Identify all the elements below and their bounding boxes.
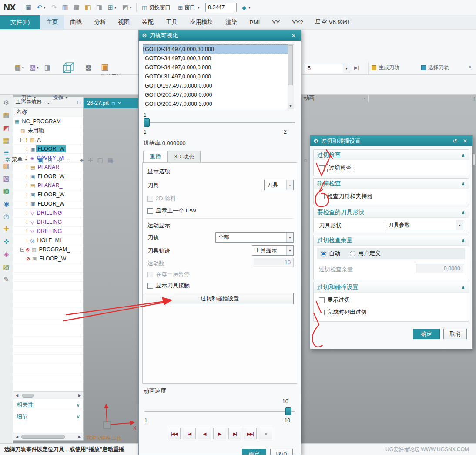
value-input[interactable] xyxy=(205,3,237,12)
chevron-up-icon[interactable]: ∧ xyxy=(461,152,465,158)
ok-button[interactable]: 确定 xyxy=(242,449,266,455)
navigator-bottom-scrollbar[interactable]: ◀ ▶ xyxy=(13,433,83,440)
scroll-left-icon[interactable]: ◀ xyxy=(13,435,20,439)
cancel-button[interactable]: 取消 xyxy=(270,449,293,455)
close-icon[interactable]: ✕ xyxy=(461,138,469,144)
tree-item-A[interactable]: −!▨A xyxy=(13,135,83,145)
play-forward-button[interactable]: ▶ xyxy=(213,428,226,439)
tree-item-label[interactable]: 未用项 xyxy=(26,127,45,135)
tree-item-label[interactable]: FLOOR_W xyxy=(36,191,66,198)
tree-item-label[interactable]: DRILLING xyxy=(35,228,63,235)
tree-item-label[interactable]: PROGRAM_ xyxy=(37,246,71,253)
section-dependencies[interactable]: 相关性 ∨ xyxy=(13,399,83,411)
section-details[interactable]: 细节 ∨ xyxy=(13,411,83,422)
checkbox-show-tool-contact[interactable]: 显示刀具接触 xyxy=(147,282,190,290)
hd3d-tool-icon[interactable]: ▩ xyxy=(3,188,9,194)
menu-button[interactable]: ✲ 菜单 ▼ xyxy=(2,153,31,165)
motion-count-field[interactable]: 10 xyxy=(254,258,294,267)
checkbox-box[interactable] xyxy=(147,196,153,202)
scroll-right-icon[interactable]: ▶ xyxy=(76,435,83,439)
tree-item-DRILLING[interactable]: !▽DRILLING xyxy=(13,209,83,218)
goto-line[interactable]: GOTO/200.497,0.000,0.000 xyxy=(143,91,294,100)
assembly-navigator-icon[interactable]: ▤ xyxy=(3,112,9,118)
radio-circle[interactable] xyxy=(321,251,326,256)
tab-3d-dynamic[interactable]: 3D 动态 xyxy=(168,151,201,163)
blade-gallery-icon[interactable]: ▧▼ xyxy=(30,64,39,71)
checkbox-box[interactable] xyxy=(147,272,153,277)
window-menu-button[interactable]: ⊞ 窗口 ▼ xyxy=(176,3,202,12)
visualization-cube-icon[interactable] xyxy=(61,61,76,76)
tab-主页[interactable]: 主页 xyxy=(40,15,64,29)
reset-icon[interactable]: ↺ xyxy=(451,138,459,144)
scrollbar-thumb[interactable] xyxy=(288,45,293,85)
tree-item-label[interactable]: FLOOR_W xyxy=(36,200,66,207)
animation-group-label[interactable]: 动画 ▼ xyxy=(304,94,366,102)
tab-YY[interactable]: YY xyxy=(266,15,286,29)
repeat-command-icon[interactable]: ⊞▼ xyxy=(107,3,118,12)
navigator-float-icon[interactable]: ◻ xyxy=(77,99,81,105)
blade-copy-icon[interactable]: ◨ xyxy=(44,64,50,71)
step-forward-icon[interactable]: ▶| xyxy=(354,65,359,70)
navigator-horizontal-scrollbar[interactable]: ◀ ▶ xyxy=(13,391,83,399)
goto-line[interactable]: GOTO/200.497,0.000,3.000 xyxy=(143,100,294,109)
tab-装配[interactable]: 装配 xyxy=(136,15,160,29)
grid-icon[interactable]: ▦ xyxy=(107,157,113,164)
checkbox-box[interactable] xyxy=(319,310,325,315)
tree-item-label[interactable]: FLOOR_W xyxy=(36,145,66,152)
ok-button[interactable]: 确定 xyxy=(413,329,440,339)
reuse-library-icon[interactable]: ▧ xyxy=(3,175,9,182)
tree-item-PROGRAM_[interactable]: −⊘▨PROGRAM_ xyxy=(13,245,83,254)
gouge-collision-settings-button[interactable]: 过切和碰撞设置 xyxy=(146,293,294,304)
checkbox-pause-each-level[interactable]: 在每一层暂停 xyxy=(147,270,190,278)
tree-item-FLOOR_W[interactable]: !▣FLOOR_W xyxy=(13,145,83,154)
group-label-blade[interactable]: 刀片▼ xyxy=(12,94,45,101)
touch-explore-icon[interactable]: ✜ xyxy=(3,238,9,245)
rect-select-icon[interactable]: ▢ xyxy=(97,157,103,164)
scrollbar-thumb[interactable] xyxy=(22,394,34,398)
tree-item-FLOOR_W[interactable]: ⊘▣FLOOR_W xyxy=(13,254,83,263)
switch-window-button[interactable]: ◫ 切换窗口 xyxy=(140,3,173,12)
step-forward-button[interactable]: ▶| xyxy=(228,428,241,439)
section-header[interactable]: 过切和碰撞设置 ∧ xyxy=(314,282,469,293)
tree-item-FLOOR_W[interactable]: !▣FLOOR_W xyxy=(13,172,83,181)
gouge-allowance-field[interactable]: 0.0000 xyxy=(416,264,463,273)
play-backward-button[interactable]: ◀ xyxy=(198,428,211,439)
tab-曲线[interactable]: 曲线 xyxy=(64,15,88,29)
tab-工具[interactable]: 工具 xyxy=(160,15,184,29)
ribbon-button-生成刀轨[interactable]: 生成刀轨 xyxy=(371,62,419,74)
tree-item-label[interactable]: FLOOR_W xyxy=(36,173,66,180)
section-header[interactable]: 过切检查余量 ∧ xyxy=(314,235,469,246)
highlight-icon[interactable]: ○ xyxy=(304,157,307,164)
touch-mode-icon[interactable]: ◩▼ xyxy=(121,3,133,12)
tool-shape-dropdown[interactable]: 刀具参数 ▼ xyxy=(385,220,463,230)
more-tools-icon[interactable]: » xyxy=(469,64,472,69)
tree-item-label[interactable]: A xyxy=(36,136,42,143)
dialog-title-bar[interactable]: ⚙ 刀轨可视化 ✕ xyxy=(139,30,301,41)
section-header[interactable]: 要检查的刀具形状 ∧ xyxy=(314,207,469,218)
tree-item-label[interactable]: DRILLING xyxy=(35,209,63,216)
chevron-up-icon[interactable]: ∧ xyxy=(461,237,465,243)
expander-icon[interactable]: − xyxy=(20,248,24,252)
notes-icon[interactable]: ▨ xyxy=(3,263,9,270)
copy-icon[interactable]: ▤ xyxy=(73,3,80,12)
snap-point-icon[interactable]: ⊞ xyxy=(47,157,53,164)
visual-reporting-icon[interactable]: ◈ xyxy=(4,251,9,257)
paste-icon[interactable]: ◧ xyxy=(84,3,92,12)
scroll-right-icon[interactable]: ▶ xyxy=(76,394,83,398)
constraint-navigator-icon[interactable]: ◩ xyxy=(3,125,9,131)
web-browser-icon[interactable]: ◉ xyxy=(3,200,9,207)
tree-item-未用项[interactable]: ▨未用项 xyxy=(13,126,83,135)
toolpath-range-dropdown[interactable]: 全部 ▼ xyxy=(215,232,294,243)
checkbox-box[interactable] xyxy=(319,297,325,303)
chevron-up-icon[interactable]: ∧ xyxy=(461,209,465,216)
window-restore-icon[interactable]: ◻ xyxy=(111,101,115,106)
tab-星空 V6.936F[interactable]: 星空 V6.936F xyxy=(309,15,357,29)
roles-gear-icon[interactable]: ⚙ xyxy=(3,99,9,106)
redo-icon[interactable]: ↷ xyxy=(50,3,58,12)
goto-line[interactable]: GOTO/-34.497,0.000,30.000 xyxy=(143,45,294,54)
tree-item-label[interactable]: PLANAR_ xyxy=(36,182,64,189)
tab-分析[interactable]: 分析 xyxy=(88,15,112,29)
tab-视图[interactable]: 视图 xyxy=(112,15,136,29)
dialog-title-bar[interactable]: ⚙ 过切和碰撞设置 ↺ ✕ xyxy=(310,135,472,146)
checkbox-gouge-check[interactable]: 过切检查 xyxy=(319,164,353,172)
